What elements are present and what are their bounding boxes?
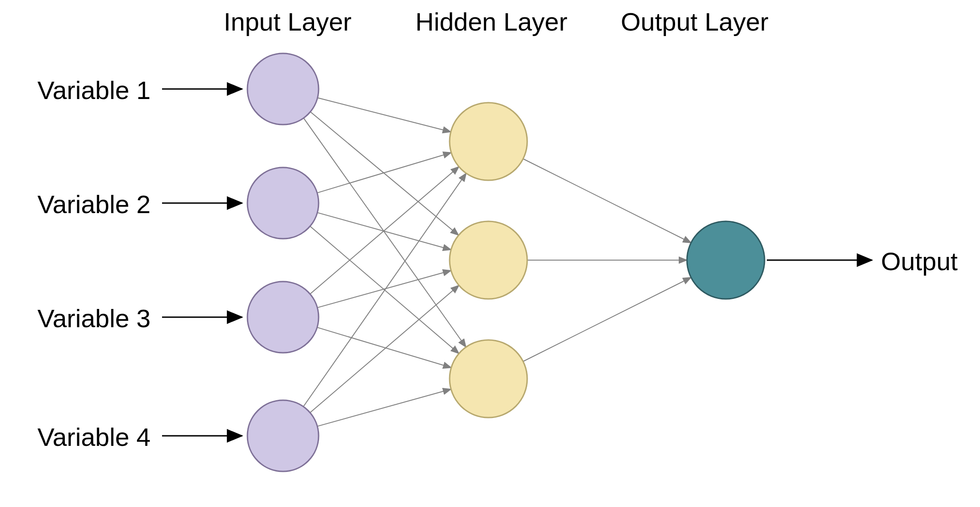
svg-line-11 bbox=[304, 173, 466, 407]
input-layer-header: Input Layer bbox=[224, 7, 351, 37]
input-node-4 bbox=[247, 400, 319, 471]
input-node-2 bbox=[247, 167, 319, 239]
svg-line-16 bbox=[523, 277, 691, 361]
svg-line-13 bbox=[317, 389, 451, 426]
hidden-node-3 bbox=[450, 340, 527, 418]
network-nodes bbox=[247, 53, 765, 471]
hidden-layer-header: Hidden Layer bbox=[415, 7, 567, 37]
input-node-3 bbox=[247, 282, 319, 353]
svg-line-5 bbox=[317, 152, 451, 193]
svg-line-2 bbox=[318, 98, 451, 132]
output-layer-header: Output Layer bbox=[621, 7, 769, 37]
svg-line-9 bbox=[317, 271, 451, 308]
hidden-node-2 bbox=[450, 221, 527, 299]
variable-arrows bbox=[162, 89, 242, 436]
output-label: Output bbox=[881, 246, 958, 276]
variable-1-label: Variable 1 bbox=[23, 75, 151, 105]
svg-line-10 bbox=[317, 327, 451, 367]
variable-2-label: Variable 2 bbox=[23, 189, 151, 219]
svg-line-4 bbox=[304, 118, 466, 347]
hidden-node-1 bbox=[450, 103, 527, 180]
output-node bbox=[687, 221, 765, 299]
variable-4-label: Variable 4 bbox=[23, 422, 151, 452]
svg-line-14 bbox=[523, 159, 691, 243]
variable-3-label: Variable 3 bbox=[23, 303, 151, 333]
input-node-1 bbox=[247, 53, 319, 125]
